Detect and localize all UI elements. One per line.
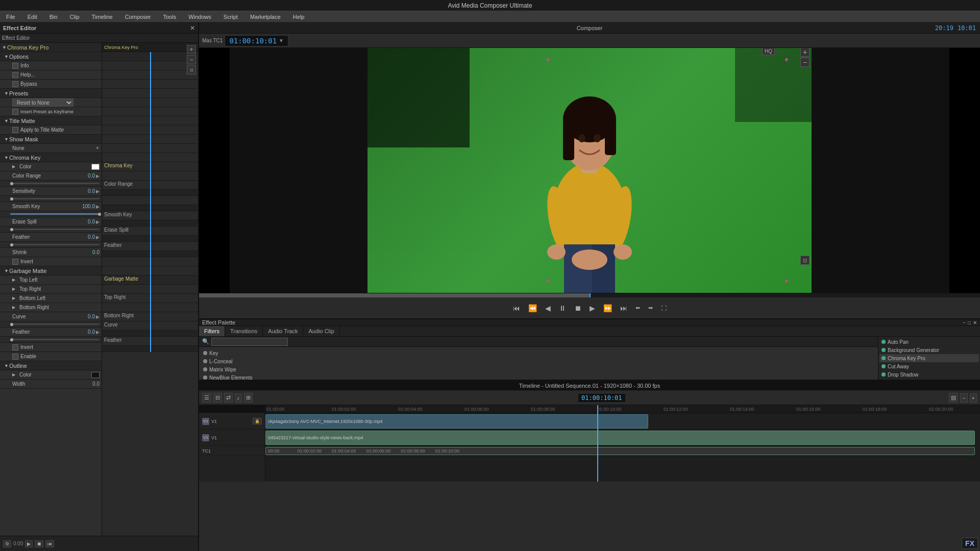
effect-matrix-wipe[interactable]: Matrix Wipe — [201, 365, 876, 373]
enable-checkbox[interactable] — [12, 354, 18, 360]
presets-section[interactable]: ▼ Presets — [0, 89, 102, 98]
outline-color-swatch[interactable] — [91, 372, 100, 378]
transport-step-fwd[interactable]: ⏩ — [601, 303, 614, 313]
info-checkbox[interactable] — [12, 63, 18, 69]
tab-audio-clip[interactable]: Audio Clip — [303, 326, 339, 336]
bottom-left-expand[interactable]: ▶ — [12, 296, 17, 300]
menu-composer[interactable]: Composer — [123, 13, 153, 21]
curve-thumb[interactable] — [10, 323, 13, 326]
insert-preset-checkbox[interactable] — [12, 109, 18, 115]
menu-script[interactable]: Script — [222, 13, 240, 21]
color-range-thumb[interactable] — [10, 182, 13, 185]
ee-btn4[interactable]: ⏮ — [45, 540, 54, 547]
sensitivity-thumb[interactable] — [10, 197, 13, 201]
erase-spill-slider[interactable] — [0, 227, 102, 233]
transport-play[interactable]: ▶ — [587, 303, 597, 313]
tl-btn-menu[interactable]: ☰ — [202, 393, 211, 403]
effect-bg-gen[interactable]: Background Generator — [879, 346, 979, 354]
tab-audio-track[interactable]: Audio Track — [263, 326, 303, 336]
menu-edit[interactable]: Edit — [26, 13, 39, 21]
video-zoom-out[interactable]: − — [800, 58, 810, 67]
garbage-matte-section[interactable]: ▼ Garbage Matte — [0, 266, 102, 276]
progress-bar[interactable] — [199, 293, 980, 297]
top-right-expand[interactable]: ▶ — [12, 287, 17, 291]
tl-btn-zoom-in[interactable]: + — [970, 393, 977, 403]
outline-section[interactable]: ▼ Outline — [0, 361, 102, 370]
palette-minimize[interactable]: − — [963, 320, 966, 325]
color-expand-arrow[interactable]: ▶ — [12, 164, 17, 169]
zoom-in-btn[interactable]: + — [187, 45, 196, 54]
erase-spill-arrow[interactable]: ▶ — [96, 219, 100, 224]
transport-step-back[interactable]: ⏪ — [526, 303, 539, 313]
feather2-thumb[interactable] — [10, 338, 13, 341]
v1-top-lock[interactable]: 🔒 — [253, 418, 262, 424]
transport-next-frame[interactable]: ⏭ — [618, 303, 629, 313]
show-mask-section[interactable]: ▼ Show Mask — [0, 135, 102, 144]
feather-arrow[interactable]: ▶ — [96, 235, 100, 240]
menu-timeline[interactable]: Timeline — [90, 13, 115, 21]
clip-v1-bot[interactable]: 045423217-virtual-studio-style-news-back… — [265, 431, 975, 445]
menu-windows[interactable]: Windows — [186, 13, 213, 21]
palette-maximize[interactable]: □ — [968, 320, 971, 325]
help-checkbox[interactable] — [12, 72, 18, 78]
bypass-checkbox[interactable] — [12, 81, 18, 87]
smooth-key-thumb[interactable] — [98, 213, 101, 216]
palette-close[interactable]: ✕ — [973, 320, 977, 325]
chroma-key-pro-header[interactable]: ▼ Chroma Key Pro — [0, 43, 102, 52]
effect-editor-close[interactable]: ✕ — [190, 24, 195, 32]
feather-thumb[interactable] — [10, 243, 13, 246]
feather2-arrow[interactable]: ▶ — [96, 330, 100, 335]
tab-filters[interactable]: Filters — [199, 326, 225, 336]
show-mask-dropdown-arrow[interactable]: ▼ — [95, 146, 100, 151]
sensitivity-arrow[interactable]: ▶ — [96, 189, 100, 194]
tl-btn-snap[interactable]: ⊟ — [213, 393, 222, 403]
transport-prev-frame[interactable]: ⏮ — [511, 303, 522, 313]
invert-checkbox[interactable] — [12, 259, 18, 265]
title-matte-section[interactable]: ▼ Title Matte — [0, 116, 102, 126]
tab-transitions[interactable]: Transitions — [225, 326, 263, 336]
transport-stop[interactable]: ⏹ — [572, 303, 583, 313]
transport-mark-out[interactable]: ➡ — [646, 304, 655, 312]
effect-key[interactable]: Key — [201, 349, 876, 357]
tl-btn-clip[interactable]: ⊞ — [244, 393, 253, 403]
menu-tools[interactable]: Tools — [161, 13, 178, 21]
feather2-slider[interactable] — [0, 337, 102, 343]
menu-marketplace[interactable]: Marketplace — [248, 13, 283, 21]
outline-color-expand[interactable]: ▶ — [12, 372, 17, 377]
tl-btn-sync[interactable]: ⇄ — [224, 393, 233, 403]
invert2-checkbox[interactable] — [12, 344, 18, 350]
curve-slider[interactable] — [0, 321, 102, 328]
preset-select[interactable]: Reset to None — [12, 98, 74, 107]
zoom-out-btn[interactable]: − — [187, 55, 196, 64]
effect-drop-shadow[interactable]: Drop Shadow — [879, 370, 979, 379]
chroma-key-section[interactable]: ▼ Chroma Key — [0, 153, 102, 162]
ee-btn1[interactable]: ⚙ — [3, 540, 11, 547]
top-left-expand[interactable]: ▶ — [12, 278, 17, 282]
apply-to-title-matte-checkbox[interactable] — [12, 127, 18, 133]
menu-bin[interactable]: Bin — [47, 13, 60, 21]
hq-badge[interactable]: HQ — [762, 48, 775, 55]
sensitivity-slider[interactable] — [0, 196, 102, 202]
snapshot-btn[interactable]: ⊡ — [800, 256, 810, 265]
transport-fullscreen[interactable]: ⛶ — [659, 304, 669, 312]
options-section[interactable]: ▼ Options — [0, 52, 102, 61]
fit-btn[interactable]: ⊡ — [187, 65, 196, 74]
transport-pause[interactable]: ⏸ — [557, 303, 568, 313]
color-swatch[interactable] — [91, 164, 100, 170]
ee-btn3[interactable]: ⏹ — [35, 540, 43, 547]
effect-lconceal[interactable]: L-Conceal — [201, 357, 876, 365]
erase-spill-thumb[interactable] — [10, 228, 13, 231]
menu-help[interactable]: Help — [291, 13, 307, 21]
effect-cut-away[interactable]: Cut Away — [879, 362, 979, 370]
bottom-right-expand[interactable]: ▶ — [12, 305, 17, 310]
effect-auto-pan[interactable]: Auto Pan — [879, 338, 979, 346]
transport-mark-in[interactable]: ⬅ — [633, 304, 642, 312]
smooth-key-arrow[interactable]: ▶ — [96, 204, 100, 209]
tl-btn-tracks[interactable]: ▤ — [949, 393, 958, 403]
menu-file[interactable]: File — [4, 13, 17, 21]
color-range-arrow[interactable]: ▶ — [96, 173, 100, 179]
tl-btn-zoom-out[interactable]: − — [960, 393, 967, 403]
palette-search-input[interactable] — [211, 338, 288, 346]
menu-clip[interactable]: Clip — [68, 13, 82, 21]
clip-v1-top[interactable]: ckp4agstxSony AVC-MVC_Internet.1920x1080… — [265, 414, 648, 429]
